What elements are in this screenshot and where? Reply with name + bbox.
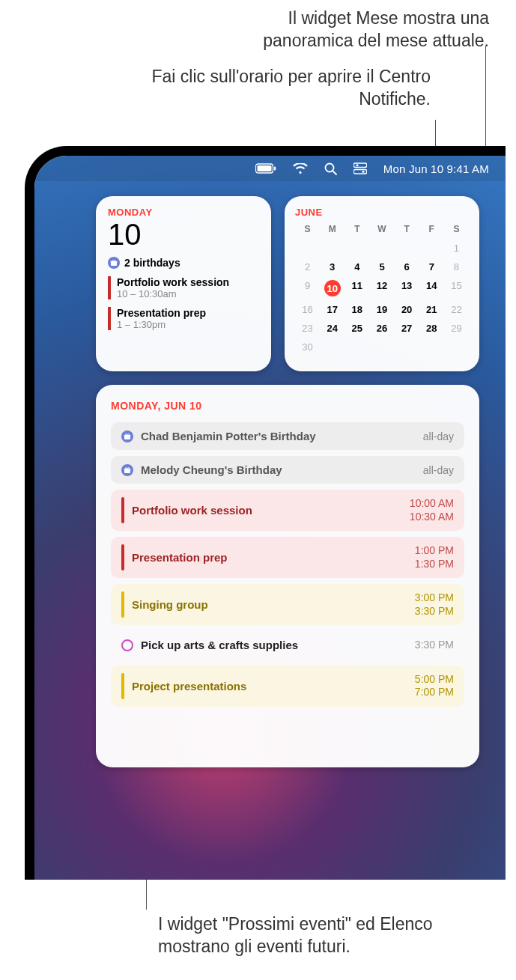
event-title: Project presentations bbox=[132, 680, 407, 693]
calendar-day bbox=[344, 338, 369, 356]
svg-rect-12 bbox=[124, 435, 131, 436]
svg-point-3 bbox=[325, 163, 333, 171]
dow-label: M bbox=[320, 224, 344, 239]
event-time: 5:00 PM7:00 PM bbox=[415, 673, 454, 699]
calendar-day bbox=[369, 239, 394, 258]
dow-label: S bbox=[295, 224, 320, 239]
event-color-bar bbox=[121, 591, 124, 618]
event-time: 3:00 PM3:30 PM bbox=[415, 591, 454, 618]
calendar-day[interactable]: 1 bbox=[444, 239, 469, 258]
event-title: Portfolio work session bbox=[117, 276, 259, 288]
calendar-day bbox=[344, 239, 369, 258]
calendar-day[interactable]: 28 bbox=[419, 319, 444, 338]
month-grid: SMTWTFS123456789101112131415161718192021… bbox=[295, 224, 469, 356]
calendar-day[interactable]: 17 bbox=[320, 300, 344, 319]
dow-label: F bbox=[419, 224, 444, 239]
event-row[interactable]: Singing group3:00 PM3:30 PM bbox=[111, 584, 464, 625]
upcoming-title: MONDAY, JUN 10 bbox=[111, 400, 464, 412]
event-title: Presentation prep bbox=[132, 551, 407, 564]
calendar-day[interactable]: 3 bbox=[320, 258, 344, 276]
control-center-icon[interactable] bbox=[353, 162, 367, 174]
calendar-day[interactable]: 9 bbox=[295, 276, 320, 300]
event-title: Singing group bbox=[132, 598, 407, 611]
all-day-label: all-day bbox=[423, 464, 454, 476]
today-mini-event: Portfolio work session10 – 10:30AM bbox=[108, 276, 259, 299]
event-row[interactable]: Pick up arts & crafts supplies3:30 PM bbox=[111, 631, 464, 660]
gift-icon bbox=[108, 257, 120, 269]
calendar-day[interactable]: 13 bbox=[395, 276, 419, 300]
dow-label: T bbox=[344, 224, 369, 239]
calendar-day[interactable]: 16 bbox=[295, 300, 320, 319]
event-row[interactable]: Project presentations5:00 PM7:00 PM bbox=[111, 666, 464, 707]
calendar-day[interactable]: 26 bbox=[369, 319, 394, 338]
calendar-day[interactable]: 15 bbox=[444, 276, 469, 300]
event-title: Presentation prep bbox=[117, 307, 259, 319]
calendar-day bbox=[320, 338, 344, 356]
search-icon[interactable] bbox=[324, 162, 337, 175]
calendar-day[interactable]: 25 bbox=[344, 319, 369, 338]
calendar-day[interactable]: 7 bbox=[419, 258, 444, 276]
calendar-day[interactable]: 11 bbox=[344, 276, 369, 300]
svg-rect-11 bbox=[124, 436, 130, 439]
calendar-day[interactable]: 14 bbox=[419, 276, 444, 300]
calendar-day[interactable]: 8 bbox=[444, 258, 469, 276]
calendar-today-widget[interactable]: MONDAY 10 2 birthdays Portfolio work ses… bbox=[96, 196, 271, 371]
event-color-bar bbox=[121, 497, 124, 523]
calendar-day[interactable]: 12 bbox=[369, 276, 394, 300]
calendar-day[interactable]: 2 bbox=[295, 258, 320, 276]
calendar-day[interactable]: 20 bbox=[395, 300, 419, 319]
menubar: Mon Jun 10 9:41 AM bbox=[34, 156, 506, 181]
today-mini-event: Presentation prep1 – 1:30PM bbox=[108, 307, 259, 330]
menubar-clock[interactable]: Mon Jun 10 9:41 AM bbox=[383, 162, 489, 175]
calendar-upcoming-widget[interactable]: MONDAY, JUN 10 Chad Benjamin Potter's Bi… bbox=[96, 385, 479, 767]
event-title: Portfolio work session bbox=[132, 504, 402, 517]
calendar-day[interactable]: 24 bbox=[320, 319, 344, 338]
event-row[interactable]: Presentation prep1:00 PM1:30 PM bbox=[111, 537, 464, 578]
gift-icon bbox=[121, 464, 133, 476]
today-day-label: MONDAY bbox=[108, 207, 259, 218]
calendar-day[interactable]: 23 bbox=[295, 319, 320, 338]
svg-rect-7 bbox=[353, 170, 367, 174]
calendar-day[interactable]: 27 bbox=[395, 319, 419, 338]
calendar-day[interactable]: 18 bbox=[344, 300, 369, 319]
calendar-day bbox=[419, 338, 444, 356]
calendar-day[interactable]: 4 bbox=[344, 258, 369, 276]
wifi-icon[interactable] bbox=[293, 163, 308, 174]
event-time: 10 – 10:30AM bbox=[117, 288, 259, 299]
month-title: JUNE bbox=[295, 207, 469, 218]
dow-label: S bbox=[444, 224, 469, 239]
calendar-day[interactable]: 5 bbox=[369, 258, 394, 276]
calendar-day[interactable]: 29 bbox=[444, 319, 469, 338]
calendar-day[interactable]: 21 bbox=[419, 300, 444, 319]
event-title: Chad Benjamin Potter's Birthday bbox=[141, 430, 416, 442]
annotation-clock: Fai clic sull'orario per aprire il Centr… bbox=[146, 66, 431, 111]
event-row[interactable]: Chad Benjamin Potter's Birthdayall-day bbox=[111, 422, 464, 450]
event-title: Pick up arts & crafts supplies bbox=[141, 639, 407, 651]
svg-rect-14 bbox=[124, 469, 131, 470]
reminder-circle-icon[interactable] bbox=[121, 639, 133, 651]
today-day-number: 10 bbox=[108, 219, 259, 249]
desktop-wallpaper: Mon Jun 10 9:41 AM MONDAY 10 2 birthdays… bbox=[34, 156, 506, 880]
battery-icon[interactable] bbox=[255, 163, 276, 174]
event-title: Melody Cheung's Birthday bbox=[141, 463, 416, 476]
calendar-day[interactable]: 22 bbox=[444, 300, 469, 319]
event-color-bar bbox=[121, 673, 124, 699]
annotation-upcoming-widget: I widget "Prossimi eventi" ed Elenco mos… bbox=[158, 913, 480, 958]
calendar-month-widget[interactable]: JUNE SMTWTFS1234567891011121314151617181… bbox=[285, 196, 479, 371]
event-color-bar bbox=[121, 544, 124, 570]
calendar-day bbox=[395, 338, 419, 356]
event-time: 1 – 1:30PM bbox=[117, 319, 259, 330]
calendar-day[interactable]: 19 bbox=[369, 300, 394, 319]
event-row[interactable]: Portfolio work session10:00 AM10:30 AM bbox=[111, 490, 464, 531]
device-frame: Mon Jun 10 9:41 AM MONDAY 10 2 birthdays… bbox=[25, 146, 506, 880]
svg-point-8 bbox=[362, 171, 364, 173]
svg-rect-1 bbox=[257, 165, 271, 171]
svg-rect-13 bbox=[124, 469, 130, 473]
event-row[interactable]: Melody Cheung's Birthdayall-day bbox=[111, 456, 464, 484]
calendar-day[interactable]: 30 bbox=[295, 338, 320, 356]
calendar-day bbox=[369, 338, 394, 356]
dow-label: W bbox=[369, 224, 394, 239]
calendar-day[interactable]: 6 bbox=[395, 258, 419, 276]
calendar-day[interactable]: 10 bbox=[320, 276, 344, 300]
calendar-day bbox=[419, 239, 444, 258]
